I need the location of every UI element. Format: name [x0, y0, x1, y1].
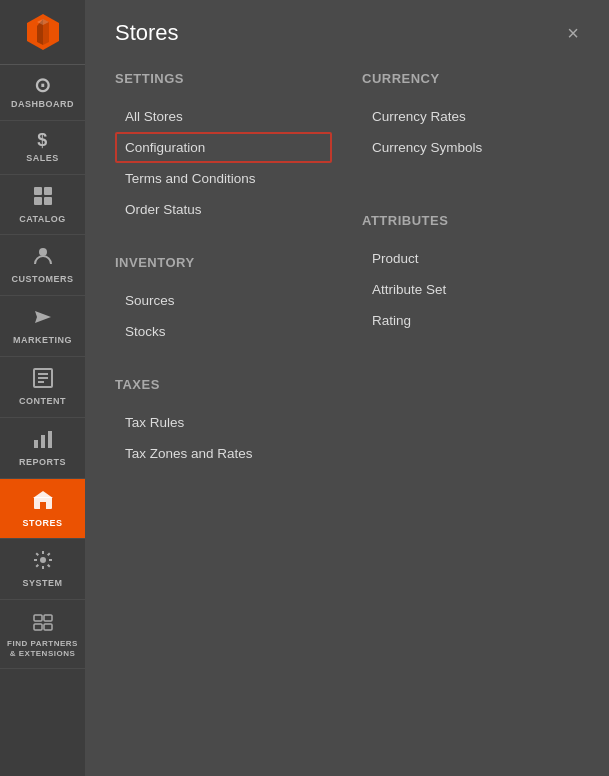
svg-rect-19 [40, 502, 46, 509]
svg-rect-5 [44, 187, 52, 195]
sidebar-item-stores[interactable]: STORES [0, 479, 85, 540]
sidebar-item-find-partners[interactable]: FIND PARTNERS& EXTENSIONS [0, 600, 85, 669]
sidebar-item-marketing[interactable]: MARKETING [0, 296, 85, 357]
svg-point-8 [39, 248, 47, 256]
spacer [362, 193, 579, 213]
attributes-heading: Attributes [362, 213, 579, 228]
inventory-section: Inventory Sources Stocks [115, 255, 332, 347]
all-stores-link[interactable]: All Stores [115, 101, 332, 132]
customers-icon [32, 245, 54, 270]
dashboard-icon: ⊙ [34, 75, 52, 95]
currency-symbols-link[interactable]: Currency Symbols [362, 132, 579, 163]
system-icon [32, 549, 54, 574]
configuration-link[interactable]: Configuration [115, 132, 332, 163]
marketing-icon [32, 306, 54, 331]
sidebar-item-label: CATALOG [19, 214, 66, 225]
sidebar-item-label: DASHBOARD [11, 99, 74, 110]
svg-marker-18 [33, 491, 53, 498]
catalog-icon [32, 185, 54, 210]
svg-marker-9 [35, 311, 51, 323]
sidebar-item-customers[interactable]: CUSTOMERS [0, 235, 85, 296]
left-column: Settings All Stores Configuration Terms … [115, 71, 332, 499]
currency-rates-link[interactable]: Currency Rates [362, 101, 579, 132]
panel-title: Stores [115, 20, 179, 46]
panel-columns: Settings All Stores Configuration Terms … [115, 71, 579, 499]
sidebar-item-label: REPORTS [19, 457, 66, 468]
inventory-heading: Inventory [115, 255, 332, 270]
svg-rect-15 [41, 435, 45, 448]
svg-rect-12 [38, 377, 48, 379]
svg-rect-14 [34, 440, 38, 448]
tax-rules-link[interactable]: Tax Rules [115, 407, 332, 438]
svg-rect-23 [34, 624, 42, 630]
stores-panel: Stores × Settings All Stores Configurati… [85, 0, 609, 776]
close-button[interactable]: × [567, 23, 579, 43]
settings-section: Settings All Stores Configuration Terms … [115, 71, 332, 225]
svg-rect-22 [44, 615, 52, 621]
currency-heading: Currency [362, 71, 579, 86]
taxes-section: Taxes Tax Rules Tax Zones and Rates [115, 377, 332, 469]
terms-conditions-link[interactable]: Terms and Conditions [115, 163, 332, 194]
sidebar-item-dashboard[interactable]: ⊙ DASHBOARD [0, 65, 85, 121]
sidebar-item-label: FIND PARTNERS& EXTENSIONS [7, 639, 78, 658]
reports-icon [32, 428, 54, 453]
sidebar-item-label: MARKETING [13, 335, 72, 346]
svg-rect-13 [38, 381, 44, 383]
sidebar-item-label: SYSTEM [22, 578, 62, 589]
sidebar-item-label: SALES [26, 153, 59, 164]
attributes-section: Attributes Product Attribute Set Rating [362, 213, 579, 336]
sidebar-item-label: STORES [23, 518, 63, 529]
sidebar-item-system[interactable]: SYSTEM [0, 539, 85, 600]
svg-rect-6 [34, 197, 42, 205]
stores-icon [32, 489, 54, 514]
panel-header: Stores × [115, 20, 579, 46]
attribute-set-link[interactable]: Attribute Set [362, 274, 579, 305]
svg-point-20 [40, 557, 46, 563]
svg-rect-7 [44, 197, 52, 205]
sidebar-item-label: CONTENT [19, 396, 66, 407]
product-link[interactable]: Product [362, 243, 579, 274]
find-partners-icon [32, 610, 54, 635]
sidebar-item-content[interactable]: CONTENT [0, 357, 85, 418]
rating-link[interactable]: Rating [362, 305, 579, 336]
sidebar-item-reports[interactable]: REPORTS [0, 418, 85, 479]
svg-rect-4 [34, 187, 42, 195]
currency-section: Currency Currency Rates Currency Symbols [362, 71, 579, 163]
magento-logo-icon [23, 12, 63, 52]
sources-link[interactable]: Sources [115, 285, 332, 316]
sidebar-item-sales[interactable]: $ SALES [0, 121, 85, 175]
sidebar: ⊙ DASHBOARD $ SALES CATALOG CUSTOMERS [0, 0, 85, 776]
sales-icon: $ [37, 131, 48, 149]
taxes-heading: Taxes [115, 377, 332, 392]
sidebar-item-label: CUSTOMERS [12, 274, 74, 285]
settings-heading: Settings [115, 71, 332, 86]
svg-rect-11 [38, 373, 48, 375]
tax-zones-link[interactable]: Tax Zones and Rates [115, 438, 332, 469]
sidebar-logo [0, 0, 85, 65]
svg-rect-16 [48, 431, 52, 448]
svg-rect-21 [34, 615, 42, 621]
content-icon [32, 367, 54, 392]
sidebar-item-catalog[interactable]: CATALOG [0, 175, 85, 236]
svg-rect-24 [44, 624, 52, 630]
stocks-link[interactable]: Stocks [115, 316, 332, 347]
right-column: Currency Currency Rates Currency Symbols… [362, 71, 579, 499]
order-status-link[interactable]: Order Status [115, 194, 332, 225]
